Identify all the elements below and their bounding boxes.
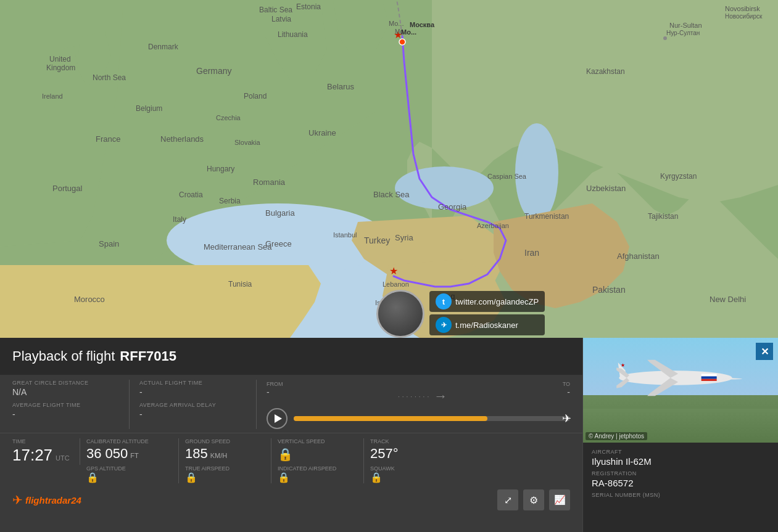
fr24-logo-text: flightradar24 <box>25 495 81 505</box>
vertical-speed-label: VERTICAL SPEED <box>278 438 355 444</box>
progress-bar[interactable]: ✈ <box>294 416 570 421</box>
aircraft-photo: ★ © Andrey | jetphotos <box>583 338 778 443</box>
svg-text:Netherlands: Netherlands <box>160 134 204 144</box>
chart-button[interactable]: 📈 <box>549 489 570 510</box>
gps-alt-label: GPS ALTITUDE <box>86 465 170 472</box>
svg-text:Novosibirsk: Novosibirsk <box>725 5 760 12</box>
track-value: 257° <box>370 446 438 462</box>
from-label: FROM <box>267 381 283 387</box>
utc-label: UTC <box>56 454 70 462</box>
telegram-url: t.me/Radioskaner <box>455 321 518 330</box>
great-circle-label: GREAT CIRCLE DISTANCE <box>12 380 119 386</box>
avg-delay-value: - <box>139 409 246 419</box>
right-panel: ✕ ★ © Andrey | jetphotos <box>582 338 778 532</box>
ground-speed-value: 185 <box>185 446 208 462</box>
great-circle-value: N/A <box>12 387 119 397</box>
map-area[interactable]: ★ ★ United Kingdom Ireland France Portug… <box>0 0 778 338</box>
svg-text:Turkey: Turkey <box>364 235 390 245</box>
svg-text:Ukraine: Ukraine <box>308 128 336 137</box>
play-icon <box>275 414 282 423</box>
route-dots: ········ <box>398 393 431 400</box>
avg-delay-label: AVERAGE ARRIVAL DELAY <box>139 402 246 408</box>
svg-text:Syria: Syria <box>395 233 413 242</box>
progress-fill <box>294 416 487 421</box>
svg-text:Tunisia: Tunisia <box>228 280 252 289</box>
track-label: TRACK <box>370 438 438 444</box>
svg-text:★: ★ <box>621 362 625 368</box>
indicated-airspeed-label: INDICATED AIRSPEED <box>278 465 355 472</box>
true-airspeed-lock: 🔒 <box>185 472 262 483</box>
svg-point-58 <box>663 36 667 40</box>
svg-text:Azerbaijan: Azerbaijan <box>477 222 509 229</box>
twitter-url: twitter.com/galandecZP <box>455 297 539 306</box>
svg-text:Istanbul: Istanbul <box>333 231 357 239</box>
settings-button[interactable]: ⚙ <box>523 489 544 510</box>
twitter-icon: t <box>436 293 452 309</box>
svg-text:Hungary: Hungary <box>207 165 234 173</box>
svg-text:Нур-Султан: Нур-Султан <box>666 30 700 36</box>
svg-text:Mo...: Mo... <box>389 20 403 27</box>
svg-text:Estonia: Estonia <box>296 2 321 11</box>
flight-number: RFF7015 <box>120 348 176 364</box>
from-value: - <box>267 387 283 397</box>
svg-text:Tajikistan: Tajikistan <box>648 212 678 221</box>
svg-text:France: France <box>96 134 120 144</box>
actual-flight-label: ACTUAL FLIGHT TIME <box>139 380 246 386</box>
actual-flight-value: - <box>139 387 246 397</box>
cal-alt-label: CALIBRATED ALTITUDE <box>86 438 170 444</box>
svg-text:Iran: Iran <box>524 248 539 258</box>
svg-text:Germany: Germany <box>196 66 232 76</box>
svg-text:Portugal: Portugal <box>52 184 83 193</box>
svg-text:United: United <box>49 55 71 63</box>
svg-point-5 <box>399 39 405 45</box>
svg-rect-67 <box>701 374 717 376</box>
telegram-link[interactable]: ✈ t.me/Radioskaner <box>429 314 545 335</box>
svg-rect-68 <box>701 377 717 379</box>
svg-text:Bulgaria: Bulgaria <box>265 208 295 218</box>
svg-text:Latvia: Latvia <box>271 15 291 23</box>
svg-text:Mediterranean Sea: Mediterranean Sea <box>204 242 272 252</box>
svg-text:Nur-Sultan: Nur-Sultan <box>669 22 702 29</box>
svg-text:Morocco: Morocco <box>74 295 105 304</box>
avg-flight-value: - <box>12 409 119 419</box>
svg-text:Ireland: Ireland <box>42 92 63 100</box>
play-button[interactable] <box>267 408 288 429</box>
svg-text:Denmark: Denmark <box>148 43 179 51</box>
plane-track-icon: ✈ <box>562 412 571 425</box>
flightradar-logo: ✈ flightradar24 <box>12 493 81 507</box>
svg-text:Black Sea: Black Sea <box>373 190 410 199</box>
svg-text:Lebanon: Lebanon <box>383 280 409 288</box>
svg-text:Москва: Москва <box>410 21 435 28</box>
route-arrow: → <box>434 388 447 404</box>
close-button[interactable]: ✕ <box>756 343 773 360</box>
ground-speed-unit: KM/H <box>210 452 228 459</box>
svg-text:Croatia: Croatia <box>179 190 203 199</box>
svg-text:Turkmenistan: Turkmenistan <box>524 212 569 221</box>
registration-value: RA-86572 <box>592 478 769 488</box>
svg-text:Czechia: Czechia <box>216 114 241 121</box>
playback-label: Playback of flight <box>12 348 115 364</box>
svg-text:North Sea: North Sea <box>93 73 126 82</box>
svg-text:Spain: Spain <box>99 239 119 248</box>
fr24-plane-icon: ✈ <box>12 493 23 507</box>
svg-text:Slovakia: Slovakia <box>234 139 260 146</box>
registration-label: REGISTRATION <box>592 470 769 477</box>
flight-header: Playback of flight RFF7015 <box>0 338 582 375</box>
svg-text:Georgia: Georgia <box>438 202 467 211</box>
expand-button[interactable]: ⤢ <box>497 489 518 510</box>
true-airspeed-label: TRUE AIRSPEED <box>185 465 262 472</box>
svg-text:Poland: Poland <box>244 92 267 100</box>
svg-text:Lithuania: Lithuania <box>278 30 308 39</box>
indicated-airspeed-lock: 🔒 <box>278 472 355 483</box>
svg-text:Kazakhstan: Kazakhstan <box>586 67 625 76</box>
cal-alt-unit: FT <box>130 452 138 459</box>
bottom-panel: Playback of flight RFF7015 GREAT CIRCLE … <box>0 338 582 532</box>
svg-text:Italy: Italy <box>173 215 186 224</box>
svg-text:Baltic Sea: Baltic Sea <box>259 6 292 14</box>
photo-credit: © Andrey | jetphotos <box>586 432 647 440</box>
gps-alt-lock: 🔒 <box>86 472 170 483</box>
twitter-link[interactable]: t twitter.com/galandecZP <box>429 291 545 312</box>
time-value: 17:27 <box>12 446 52 465</box>
svg-text:New Delhi: New Delhi <box>710 295 746 304</box>
svg-text:Mo...: Mo... <box>401 28 416 36</box>
